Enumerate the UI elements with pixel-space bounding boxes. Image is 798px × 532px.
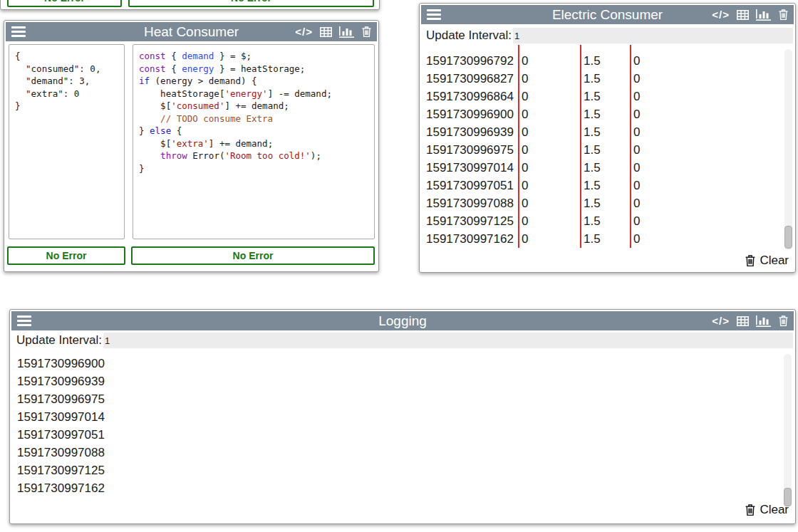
table-row: 159173099712501.50 <box>420 212 784 230</box>
code-icon[interactable]: </> <box>712 315 730 326</box>
trash-icon[interactable] <box>779 9 788 20</box>
code-line: if (energy > demand) { <box>139 75 371 88</box>
table-cell: 1591730996792 <box>426 52 518 70</box>
trash-icon[interactable] <box>779 315 788 326</box>
menu-icon[interactable] <box>11 24 27 39</box>
table-cell: 1.5 <box>580 70 630 88</box>
no-error-button[interactable]: No Error <box>7 0 122 7</box>
table-row: 159173099701401.50 <box>420 159 784 177</box>
table-row: 159173099682701.50 <box>420 70 784 88</box>
code-line: $['consumed'] += demand; <box>139 100 371 113</box>
log-row: 1591730997088 <box>10 444 782 461</box>
log-row: 1591730996975 <box>10 390 782 408</box>
clear-label: Clear <box>760 503 789 517</box>
menu-icon[interactable] <box>17 313 33 328</box>
clear-label: Clear <box>760 254 789 268</box>
table-cell: 0 <box>518 159 580 177</box>
header-toolbar: </> <box>705 9 788 21</box>
table-cell: 1.5 <box>580 88 630 105</box>
scrollbar-track[interactable] <box>784 49 792 250</box>
table-cell: 0 <box>518 212 580 230</box>
json-line: { <box>15 50 121 63</box>
trash-icon <box>745 504 755 516</box>
table-cell: 1591730996939 <box>426 123 518 141</box>
bar-chart-icon[interactable] <box>756 9 772 21</box>
table-cell: 1591730997014 <box>426 159 518 177</box>
update-interval-input[interactable]: 1 <box>103 333 793 348</box>
scrollbar-thumb[interactable] <box>784 226 792 249</box>
code-line: const { demand } = $; <box>139 50 371 63</box>
table-cell: 1591730996864 <box>426 88 518 105</box>
code-line: $['extra'] += demand; <box>139 137 371 150</box>
table-cell: 1.5 <box>580 194 630 212</box>
code-line: throw Error('Room too cold!'); <box>139 150 371 162</box>
heat-consumer-header: Heat Consumer </> <box>6 22 377 41</box>
table-icon[interactable] <box>320 27 332 37</box>
json-line: } <box>15 100 121 113</box>
table-cell <box>426 45 518 52</box>
table-cell: 0 <box>518 141 580 159</box>
log-row: 1591730997125 <box>10 461 782 479</box>
code-line: } <box>139 162 371 175</box>
table-icon[interactable] <box>737 10 749 20</box>
electric-data-table: 159173099679201.50159173099682701.501591… <box>420 45 784 251</box>
panel-title: Logging <box>11 313 794 329</box>
table-cell: 0 <box>630 52 784 70</box>
table-cell: 0 <box>518 52 580 70</box>
table-cell: 1.5 <box>580 123 630 141</box>
trash-icon[interactable] <box>362 26 371 37</box>
json-line: "consumed": 0, <box>15 63 121 75</box>
table-cell: 1591730996975 <box>426 141 518 159</box>
table-row: 159173099708801.50 <box>420 194 784 212</box>
table-cell: 0 <box>630 70 784 88</box>
table-cell: 0 <box>630 88 784 105</box>
trash-icon <box>745 255 755 266</box>
no-error-button[interactable]: No Error <box>128 0 374 7</box>
table-row: 159173099697501.50 <box>420 141 784 159</box>
update-interval-label: Update Interval: <box>12 333 103 348</box>
table-cell: 1591730996827 <box>426 70 518 88</box>
state-json-editor[interactable]: { "consumed": 0, "demand": 3, "extra": 0… <box>9 44 125 239</box>
electric-consumer-header: Electric Consumer </> <box>421 5 794 24</box>
table-cell: 0 <box>630 105 784 123</box>
table-cell: 0 <box>630 177 784 194</box>
table-cell: 1591730997088 <box>426 194 518 212</box>
menu-icon[interactable] <box>427 7 442 22</box>
table-cell: 0 <box>518 70 580 88</box>
code-icon[interactable]: </> <box>295 26 313 37</box>
table-cell: 0 <box>630 230 784 248</box>
bar-chart-icon[interactable] <box>756 315 772 327</box>
logging-list: 1591730996900159173099693915917309969751… <box>10 355 782 499</box>
table-cell: 0 <box>630 159 784 177</box>
log-row: 1591730996900 <box>10 355 782 372</box>
bar-chart-icon[interactable] <box>339 26 355 38</box>
table-icon[interactable] <box>737 316 749 326</box>
clear-button[interactable]: Clear <box>745 251 789 269</box>
table-row: 159173099679201.50 <box>420 52 784 70</box>
clear-button[interactable]: Clear <box>745 501 789 518</box>
table-cell: 1.5 <box>580 141 630 159</box>
json-line: "extra": 0 <box>15 88 121 100</box>
update-interval-input[interactable]: 1 <box>513 28 793 43</box>
update-interval-label: Update Interval: <box>422 28 513 43</box>
code-editor[interactable]: const { demand } = $;const { energy } = … <box>133 44 375 239</box>
log-row: 1591730997162 <box>10 479 782 497</box>
table-row: 159173099690001.50 <box>420 105 784 123</box>
table-cell: 0 <box>630 194 784 212</box>
code-line: heatStorage['energy'] -= demand; <box>139 88 371 100</box>
header-toolbar: </> <box>705 315 788 327</box>
table-cell: 1591730997162 <box>426 230 518 248</box>
table-cell: 0 <box>518 123 580 141</box>
table-cell: 0 <box>630 212 784 230</box>
no-error-button[interactable]: No Error <box>7 246 125 265</box>
table-cell <box>580 45 630 52</box>
table-cell: 1591730997051 <box>426 177 518 194</box>
panel-logging: Logging </> <box>9 309 796 524</box>
update-interval-row: Update Interval: 1 <box>12 332 793 349</box>
scrollbar-track[interactable] <box>784 354 792 508</box>
no-error-button[interactable]: No Error <box>131 246 375 265</box>
table-cell: 0 <box>630 123 784 141</box>
code-icon[interactable]: </> <box>712 9 730 20</box>
table-cell: 1.5 <box>580 52 630 70</box>
panel-heat-consumer: Heat Consumer </> <box>4 20 379 272</box>
